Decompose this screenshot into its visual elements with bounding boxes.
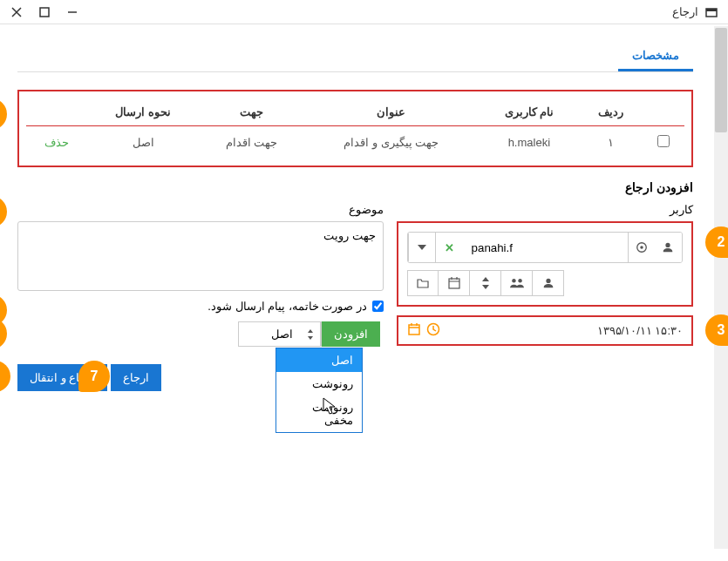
select-caret-icon[interactable] <box>300 322 321 346</box>
notify-label: در صورت خاتمه، پیام ارسال شود. <box>208 300 367 313</box>
col-row <box>643 98 684 126</box>
annotation-bubble-4: 4 <box>0 196 7 227</box>
svg-rect-9 <box>409 325 419 335</box>
vertical-scrollbar[interactable] <box>714 26 728 549</box>
datetime-value: ۱۳۹۵/۱۰/۱۱ ۱۵:۳۰ <box>597 324 683 337</box>
tab-bar: مشخصات <box>17 42 693 72</box>
app-icon <box>705 6 718 18</box>
mouse-cursor <box>323 397 338 419</box>
dropdown-option-ronevesht-makhfi[interactable]: رونوشت مخفی <box>276 395 362 432</box>
cell-send-method: اصل <box>87 126 198 159</box>
select-value: اصل <box>239 322 300 346</box>
user-single-icon[interactable] <box>533 270 564 296</box>
col-direction: جهت <box>199 98 304 126</box>
user-label: کاربر <box>397 203 693 216</box>
svg-point-8 <box>428 324 439 335</box>
cell-user: h.maleki <box>479 126 580 159</box>
datetime-box: 3 ۱۳۹۵/۱۰/۱۱ ۱۵:۳۰ <box>397 315 693 346</box>
window-titlebar: ارجاع <box>0 0 728 24</box>
user-box: 2 ✕ <box>397 221 693 307</box>
close-icon[interactable] <box>10 6 23 18</box>
svg-point-3 <box>636 243 646 253</box>
subject-label: موضوع <box>17 203 384 216</box>
delete-link[interactable]: حذف <box>44 136 69 149</box>
users-group-icon[interactable] <box>501 270 533 296</box>
annotation-bubble-2: 2 <box>705 226 728 258</box>
svg-rect-2 <box>706 9 717 11</box>
dropdown-option-ronevesht[interactable]: رونوشت <box>276 372 362 395</box>
clear-icon[interactable]: ✕ <box>435 233 462 262</box>
send-type-select[interactable]: اصل <box>238 321 322 347</box>
annotation-bubble-3: 3 <box>705 314 728 346</box>
dropdown-caret-icon[interactable] <box>408 233 435 262</box>
col-title: عنوان <box>304 98 479 126</box>
cell-direction: جهت اقدام <box>199 126 304 159</box>
window-title: ارجاع <box>672 5 698 18</box>
col-action <box>26 98 87 126</box>
tab-specifications[interactable]: مشخصات <box>618 42 693 71</box>
col-row-num: ردیف <box>580 98 643 126</box>
clock-icon[interactable] <box>426 322 440 339</box>
notify-checkbox[interactable] <box>372 301 384 312</box>
user-input-group: ✕ <box>407 232 683 263</box>
referral-table-section: 1 ردیف نام کاربری عنوان جهت نحوه ارسال ۱… <box>17 90 693 167</box>
annotation-bubble-8: 8 <box>0 361 10 392</box>
target-icon[interactable] <box>628 233 655 262</box>
cell-title: جهت پیگیری و اقدام <box>304 126 479 159</box>
user-input[interactable] <box>463 233 628 262</box>
annotation-bubble-1: 1 <box>0 98 7 130</box>
referral-table: ردیف نام کاربری عنوان جهت نحوه ارسال ۱ h… <box>26 98 684 159</box>
col-user: نام کاربری <box>479 98 580 126</box>
col-send-method: نحوه ارسال <box>87 98 198 126</box>
annotation-bubble-7: 7 <box>78 361 110 392</box>
svg-point-5 <box>512 279 515 282</box>
svg-point-6 <box>518 279 521 282</box>
minimize-icon[interactable] <box>66 6 78 18</box>
date-picker-icon[interactable] <box>407 322 421 339</box>
svg-rect-0 <box>40 8 49 17</box>
user-type-icons <box>407 270 683 296</box>
refer-button[interactable]: ارجاع <box>111 364 161 391</box>
send-type-dropdown: اصل رونوشت رونوشت مخفی <box>276 348 363 433</box>
add-button[interactable]: افزودن <box>322 321 380 347</box>
svg-point-4 <box>640 246 643 249</box>
dropdown-option-asl[interactable]: اصل <box>276 348 362 372</box>
user-icon[interactable] <box>655 233 682 262</box>
sort-icon[interactable] <box>470 270 501 296</box>
add-referral-title: افزودن ارجاع <box>17 180 693 194</box>
row-checkbox[interactable] <box>657 135 670 147</box>
annotation-bubble-6: 6 <box>0 318 7 349</box>
table-row: ۱ h.maleki جهت پیگیری و اقدام جهت اقدام … <box>26 126 684 159</box>
scroll-thumb[interactable] <box>715 28 727 132</box>
calendar-icon[interactable] <box>439 270 470 296</box>
subject-textarea[interactable] <box>17 221 384 291</box>
svg-rect-1 <box>706 9 717 17</box>
cell-num: ۱ <box>580 126 643 159</box>
maximize-icon[interactable] <box>38 6 51 18</box>
svg-rect-7 <box>449 279 459 288</box>
folder-icon[interactable] <box>407 270 439 296</box>
